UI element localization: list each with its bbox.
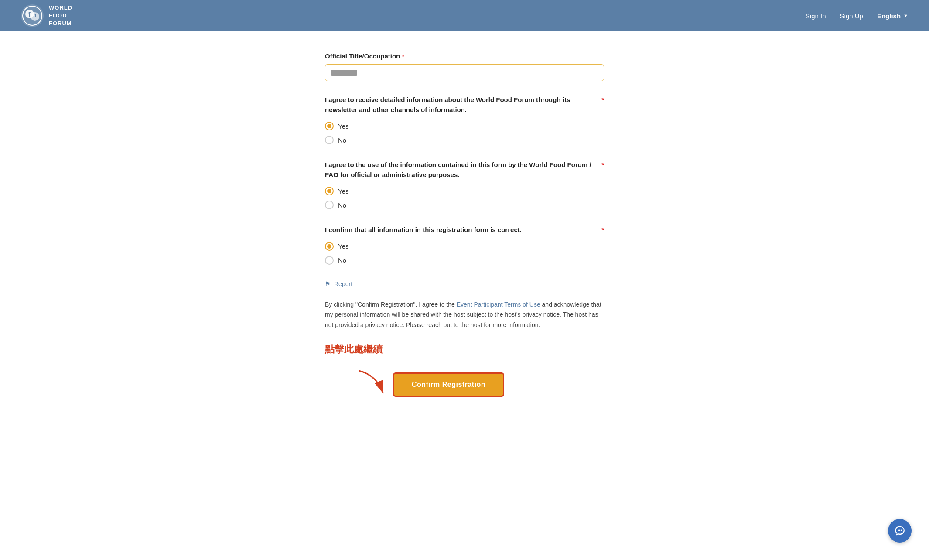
terms-text-before: By clicking "Confirm Registration", I ag… xyxy=(325,301,457,308)
question-confirm-info: I confirm that all information in this r… xyxy=(325,225,604,265)
q1-no-label: No xyxy=(338,137,346,144)
required-indicator-q2: * xyxy=(601,160,604,170)
sign-up-link[interactable]: Sign Up xyxy=(840,12,863,20)
q1-yes-label: Yes xyxy=(338,123,348,130)
q3-no-radio[interactable] xyxy=(325,256,334,265)
terms-paragraph: By clicking "Confirm Registration", I ag… xyxy=(325,300,604,331)
logo[interactable]: WORLD FOOD FORUM xyxy=(21,4,72,28)
title-field-label: Official Title/Occupation * xyxy=(325,52,604,60)
language-label: English xyxy=(877,12,901,20)
q2-yes-radio-inner xyxy=(327,189,331,193)
q3-no-label: No xyxy=(338,256,346,264)
svg-point-5 xyxy=(898,530,899,531)
site-header: WORLD FOOD FORUM Sign In Sign Up English… xyxy=(0,0,929,31)
svg-point-7 xyxy=(901,530,902,531)
logo-icon xyxy=(21,4,44,27)
title-field-group: Official Title/Occupation * xyxy=(325,52,604,81)
question-fao: I agree to the use of the information co… xyxy=(325,160,604,209)
q1-yes-option[interactable]: Yes xyxy=(325,122,604,130)
q1-yes-radio-inner xyxy=(327,124,331,128)
question-newsletter: I agree to receive detailed information … xyxy=(325,95,604,144)
question-newsletter-text: I agree to receive detailed information … xyxy=(325,95,604,115)
q3-yes-option[interactable]: Yes xyxy=(325,242,604,251)
svg-point-3 xyxy=(31,12,39,21)
required-indicator: * xyxy=(402,52,404,60)
header-nav: Sign In Sign Up English ▼ xyxy=(806,12,908,20)
q2-yes-label: Yes xyxy=(338,188,348,195)
confirm-section: 點擊此處繼續 Confirm Registration xyxy=(325,343,604,397)
q3-yes-radio[interactable] xyxy=(325,242,334,251)
q3-yes-radio-inner xyxy=(327,244,331,249)
terms-link[interactable]: Event Participant Terms of Use xyxy=(457,301,540,308)
input-placeholder-visual xyxy=(331,70,357,76)
question-confirm-text: I confirm that all information in this r… xyxy=(325,225,604,235)
chevron-down-icon: ▼ xyxy=(903,13,908,18)
report-link[interactable]: ⚑ Report xyxy=(325,280,604,287)
required-indicator-q3: * xyxy=(601,225,604,235)
question-fao-text: I agree to the use of the information co… xyxy=(325,160,604,180)
q1-yes-radio[interactable] xyxy=(325,122,334,130)
logo-text: WORLD FOOD FORUM xyxy=(49,4,72,28)
annotation-arrow-icon xyxy=(355,366,389,397)
q1-no-option[interactable]: No xyxy=(325,136,604,144)
page-content: Official Title/Occupation * I agree to r… xyxy=(0,31,929,560)
language-selector[interactable]: English ▼ xyxy=(877,12,908,20)
sign-in-link[interactable]: Sign In xyxy=(806,12,826,20)
flag-icon: ⚑ xyxy=(325,280,331,287)
chat-icon xyxy=(894,525,905,536)
svg-point-6 xyxy=(899,530,901,531)
q2-yes-radio[interactable] xyxy=(325,187,334,195)
q2-no-radio[interactable] xyxy=(325,201,334,209)
registration-form: Official Title/Occupation * I agree to r… xyxy=(316,52,613,397)
q3-yes-label: Yes xyxy=(338,242,348,250)
annotation: 點擊此處繼續 xyxy=(325,343,389,397)
q2-yes-option[interactable]: Yes xyxy=(325,187,604,195)
required-indicator-q1: * xyxy=(601,95,604,105)
report-label: Report xyxy=(334,280,352,287)
q2-no-option[interactable]: No xyxy=(325,201,604,209)
q1-no-radio[interactable] xyxy=(325,136,334,144)
annotation-text: 點擊此處繼續 xyxy=(325,343,383,356)
confirm-registration-button[interactable]: Confirm Registration xyxy=(393,372,504,397)
chat-button[interactable] xyxy=(888,519,912,543)
q3-no-option[interactable]: No xyxy=(325,256,604,265)
title-input[interactable] xyxy=(325,64,604,81)
q2-no-label: No xyxy=(338,201,346,209)
